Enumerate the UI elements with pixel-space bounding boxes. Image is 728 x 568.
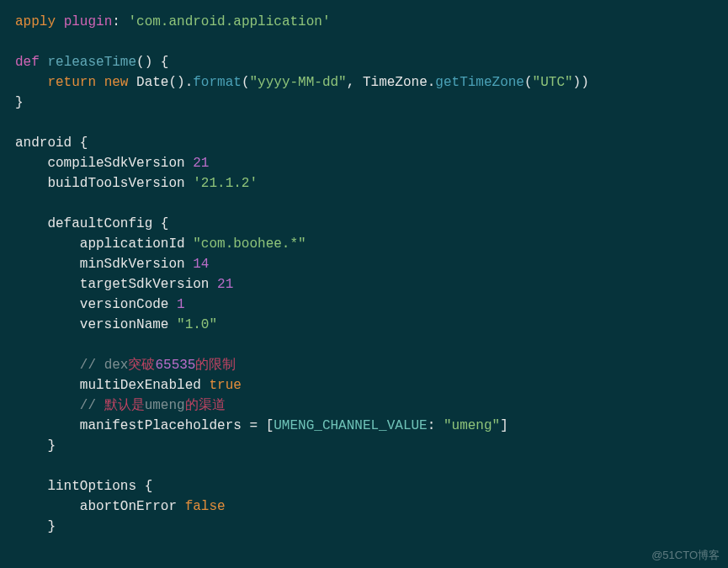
brace-open: { [80,135,88,151]
num: 21 [193,156,209,171]
eq: = [242,418,266,433]
fn-name: releaseTime [47,55,136,70]
bracket-close: ] [500,418,508,433]
watermark: @51CTO博客 [651,547,720,564]
parens: () [168,75,184,90]
prop-defaultconfig: defaultConfig [47,216,152,231]
str-utc: "UTC" [533,75,573,90]
comment-num: 65535 [155,358,195,373]
comment-umeng: umeng [145,398,185,413]
brace-open: { [161,216,169,231]
prop-targetsdk: targetSdkVersion [80,277,210,292]
sp [435,418,444,433]
type-tz: TimeZone [363,75,428,90]
map-key: UMENG_CHANNEL_VALUE [274,418,427,433]
brace-close: } [47,519,56,534]
comment-slash: // [80,398,96,413]
prop-minsdk: minSdkVersion [80,257,185,272]
brace-open: { [161,55,169,70]
colon: : [112,14,120,29]
colon: : [428,418,436,433]
comment-cjk: 的限制 [195,358,236,373]
comma: , [347,75,355,90]
parens: () [136,55,152,70]
dot: . [185,75,194,90]
brace-close: } [15,95,24,110]
str: "1.0" [177,317,217,332]
comment-cjk: 的渠道 [185,398,226,413]
num: 1 [177,297,185,312]
comment-cjk: 突破 [128,358,155,373]
method-gettz: getTimeZone [435,75,524,90]
num: 21 [217,277,233,292]
bool-true: true [209,378,241,393]
prop-vcode: versionCode [80,297,169,312]
bracket-open: [ [266,418,274,433]
kw-def: def [15,55,40,70]
paren-close: )) [573,75,589,90]
method-format: format [193,75,242,90]
prop-multidex: multiDexEnabled [80,378,201,393]
comment-slash: // [80,358,96,373]
prop-lintopts: lintOptions [47,479,136,494]
num: 14 [193,257,209,272]
str: "com.boohee.*" [193,236,306,252]
kw-new: new [104,75,129,90]
str: "umeng" [444,418,500,433]
prop-vname: versionName [80,317,169,332]
code-block: apply plugin: 'com.android.application' … [0,0,728,549]
comment-dex: dex [104,358,129,373]
str-fmt: "yyyy-MM-dd" [249,75,346,90]
str: '21.1.2' [193,176,258,191]
prop-manifestph: manifestPlaceholders [80,418,242,433]
type-date: Date [136,75,168,90]
str-plugin: 'com.android.application' [128,14,330,29]
sp [96,358,104,373]
kw-apply: apply [15,14,56,29]
comment-cjk: 默认是 [104,398,145,413]
prop-appid: applicationId [80,236,185,252]
dot: . [428,75,436,90]
kw-plugin: plugin [64,14,113,29]
kw-return: return [47,75,96,90]
prop-abortonerr: abortOnError [80,499,177,514]
android-block: android [15,135,72,151]
prop-buildtools: buildToolsVersion [47,176,184,191]
sp [96,398,104,413]
brace-open: { [145,479,153,494]
bool-false: false [185,499,226,514]
brace-close: } [47,438,56,454]
paren: ( [524,75,533,90]
prop-compilesdk: compileSdkVersion [47,156,184,171]
